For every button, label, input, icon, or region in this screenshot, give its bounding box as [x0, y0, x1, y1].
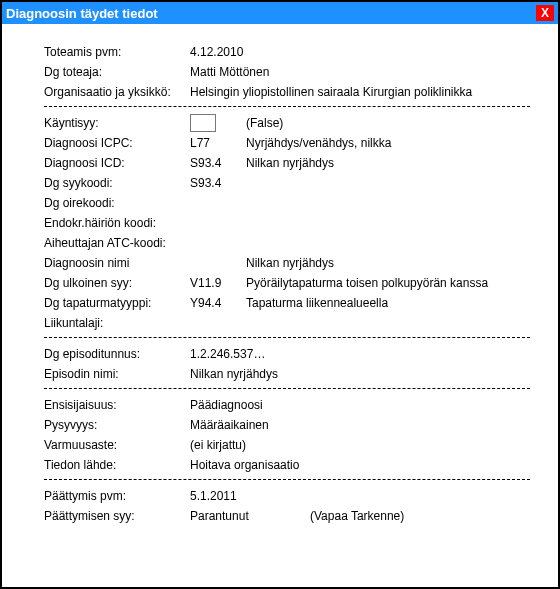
- tapaturmatyyppi-code: Y94.4: [190, 296, 246, 310]
- organisaatio-label: Organisaatio ja yksikkö:: [44, 85, 190, 99]
- paattymisen-syy-label: Päättymisen syy:: [44, 509, 190, 523]
- tiedon-lahde-value: Hoitava organisaatio: [190, 458, 299, 472]
- icd-label: Diagnoosi ICD:: [44, 156, 190, 170]
- episoditunnus-value: 1.2.246.537…: [190, 347, 265, 361]
- toteamis-pvm-value: 4.12.2010: [190, 45, 243, 59]
- icd-code: S93.4: [190, 156, 246, 170]
- syykoodi-value: S93.4: [190, 176, 246, 190]
- varmuusaste-label: Varmuusaste:: [44, 438, 190, 452]
- tapaturmatyyppi-label: Dg tapaturmatyyppi:: [44, 296, 190, 310]
- kayntisyy-checkbox[interactable]: [190, 114, 216, 132]
- liikuntalaji-label: Liikuntalaji:: [44, 316, 190, 330]
- dialog-content: Toteamis pvm: 4.12.2010 Dg toteaja: Matt…: [2, 24, 558, 544]
- ulkoinen-syy-label: Dg ulkoinen syy:: [44, 276, 190, 290]
- varmuusaste-value: (ei kirjattu): [190, 438, 246, 452]
- tiedon-lahde-label: Tiedon lähde:: [44, 458, 190, 472]
- ulkoinen-syy-text: Pyöräilytapaturma toisen polkupyörän kan…: [246, 276, 488, 290]
- paattymis-pvm-value: 5.1.2011: [190, 489, 237, 503]
- separator: [44, 337, 530, 338]
- icd-text: Nilkan nyrjähdys: [246, 156, 334, 170]
- dgnimi-value: Nilkan nyrjähdys: [246, 256, 334, 270]
- episodinimi-value: Nilkan nyrjähdys: [190, 367, 278, 381]
- separator: [44, 388, 530, 389]
- dgnimi-label: Diagnoosin nimi: [44, 256, 190, 270]
- icpc-text: Nyrjähdys/venähdys, nilkka: [246, 136, 391, 150]
- ensisijaisuus-label: Ensisijaisuus:: [44, 398, 190, 412]
- paattymisen-syy-value: Parantunut: [190, 509, 310, 523]
- separator: [44, 106, 530, 107]
- toteamis-pvm-label: Toteamis pvm:: [44, 45, 190, 59]
- kayntisyy-label: Käyntisyy:: [44, 116, 190, 130]
- dg-toteaja-label: Dg toteaja:: [44, 65, 190, 79]
- window-title: Diagnoosin täydet tiedot: [6, 6, 158, 21]
- tapaturmatyyppi-text: Tapaturma liikennealueella: [246, 296, 388, 310]
- icpc-label: Diagnoosi ICPC:: [44, 136, 190, 150]
- organisaatio-value: Helsingin yliopistollinen sairaala Kirur…: [190, 85, 530, 99]
- pysyvyys-value: Määräaikainen: [190, 418, 269, 432]
- ulkoinen-syy-code: V11.9: [190, 276, 246, 290]
- endokr-label: Endokr.häiriön koodi:: [44, 216, 190, 230]
- syykoodi-label: Dg syykoodi:: [44, 176, 190, 190]
- paattymisen-tarkenne: (Vapaa Tarkenne): [310, 509, 404, 523]
- paattymis-pvm-label: Päättymis pvm:: [44, 489, 190, 503]
- dialog-window: Diagnoosin täydet tiedot X Toteamis pvm:…: [0, 0, 560, 589]
- close-button[interactable]: X: [536, 5, 554, 21]
- kayntisyy-false: (False): [246, 116, 283, 130]
- icpc-code: L77: [190, 136, 246, 150]
- ensisijaisuus-value: Päädiagnoosi: [190, 398, 263, 412]
- dg-toteaja-value: Matti Möttönen: [190, 65, 269, 79]
- pysyvyys-label: Pysyvyys:: [44, 418, 190, 432]
- atc-label: Aiheuttajan ATC-koodi:: [44, 236, 190, 250]
- episoditunnus-label: Dg episoditunnus:: [44, 347, 190, 361]
- oirekoodi-label: Dg oirekoodi:: [44, 196, 190, 210]
- separator: [44, 479, 530, 480]
- episodinimi-label: Episodin nimi:: [44, 367, 190, 381]
- title-bar: Diagnoosin täydet tiedot X: [2, 2, 558, 24]
